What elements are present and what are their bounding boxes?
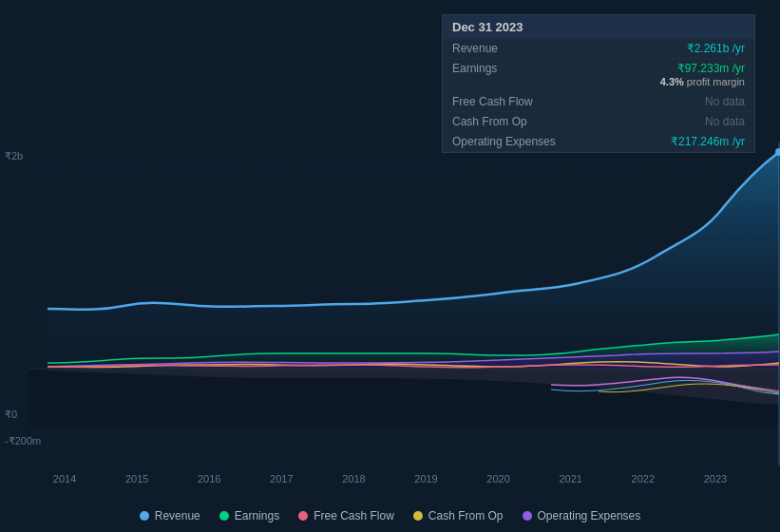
legend-earnings[interactable]: Earnings [219,509,279,522]
fcf-label: Free Cash Flow [452,95,566,108]
x-label-2021: 2021 [559,473,581,484]
x-label-2015: 2015 [125,473,148,484]
earnings-label: Earnings [452,62,566,88]
x-label-2016: 2016 [198,473,220,484]
x-label-2019: 2019 [414,473,437,484]
legend-label-fcf: Free Cash Flow [314,509,394,522]
legend-fcf[interactable]: Free Cash Flow [298,509,394,522]
x-label-2023: 2023 [704,473,727,484]
legend-label-revenue: Revenue [155,509,200,522]
tooltip-cash-from-op: Cash From Op No data [443,112,754,132]
legend-op-expenses[interactable]: Operating Expenses [523,509,641,522]
legend-label-cash-from-op: Cash From Op [428,509,504,522]
legend-cash-from-op[interactable]: Cash From Op [413,509,504,522]
op-expenses-label: Operating Expenses [452,135,566,148]
x-label-2022: 2022 [632,473,655,484]
legend-dot-fcf [298,511,308,521]
earnings-value: ₹97.233m /yr 4.3% profit margin [660,62,745,88]
tooltip-date: Dec 31 2023 [443,15,754,39]
x-label-2017: 2017 [270,473,293,484]
tooltip-op-expenses: Operating Expenses ₹217.246m /yr [443,132,754,152]
fcf-value: No data [705,95,745,108]
tooltip-fcf: Free Cash Flow No data [443,92,754,112]
tooltip-box: Dec 31 2023 Revenue ₹2.261b /yr Earnings… [442,14,755,153]
revenue-value: ₹2.261b /yr [687,42,745,55]
revenue-label: Revenue [452,42,566,55]
x-axis-labels: 2014 2015 2016 2017 2018 2019 2020 2021 … [0,473,780,484]
cash-from-op-label: Cash From Op [452,115,566,128]
cash-from-op-value: No data [705,115,745,128]
legend-dot-earnings [219,511,229,521]
legend-dot-op-expenses [523,511,532,521]
x-label-2014: 2014 [53,473,76,484]
chart-legend: Revenue Earnings Free Cash Flow Cash Fro… [0,509,780,522]
x-label-2018: 2018 [342,473,365,484]
legend-revenue[interactable]: Revenue [140,509,200,522]
profit-margin: 4.3% profit margin [660,76,745,87]
main-chart [0,142,780,466]
x-label-2020: 2020 [486,473,509,484]
tooltip-revenue: Revenue ₹2.261b /yr [443,39,754,59]
legend-dot-revenue [140,511,149,521]
revenue-area [48,152,779,369]
chart-container: Dec 31 2023 Revenue ₹2.261b /yr Earnings… [0,0,780,532]
legend-label-earnings: Earnings [235,509,279,522]
legend-dot-cash-from-op [413,511,423,521]
tooltip-earnings: Earnings ₹97.233m /yr 4.3% profit margin [443,59,754,92]
legend-label-op-expenses: Operating Expenses [538,509,641,522]
op-expenses-value: ₹217.246m /yr [671,135,745,148]
